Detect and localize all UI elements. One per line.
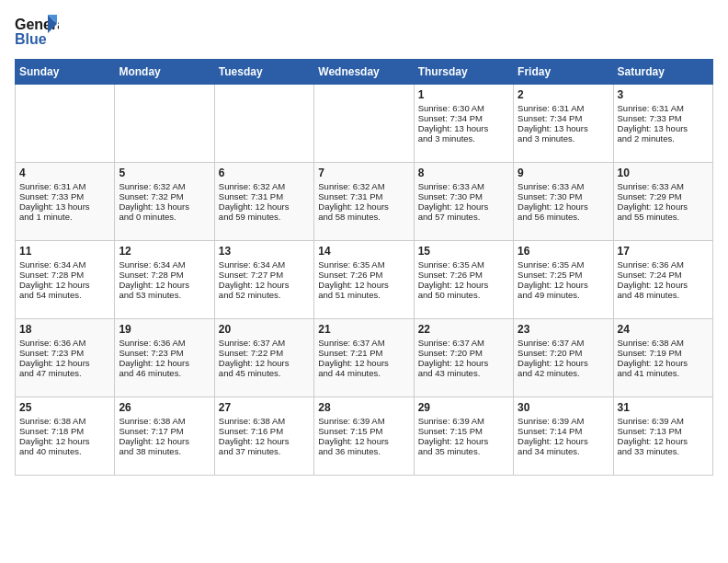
- day-number: 22: [418, 323, 509, 336]
- logo-svg: GeneralBlue: [15, 15, 59, 48]
- cell-text: Sunset: 7:26 PM: [418, 270, 509, 280]
- calendar-cell: [214, 85, 313, 163]
- cell-text: and 57 minutes.: [418, 212, 509, 222]
- cell-text: and 45 minutes.: [219, 368, 310, 378]
- day-of-week-header: Monday: [115, 60, 214, 85]
- cell-text: Sunset: 7:28 PM: [19, 270, 110, 280]
- cell-text: and 47 minutes.: [19, 368, 110, 378]
- cell-text: Sunrise: 6:33 AM: [618, 181, 709, 191]
- cell-text: Sunrise: 6:38 AM: [618, 338, 709, 348]
- day-number: 29: [418, 401, 509, 414]
- cell-text: Sunrise: 6:39 AM: [618, 416, 709, 426]
- cell-text: Sunset: 7:29 PM: [618, 191, 709, 201]
- cell-text: Sunrise: 6:34 AM: [19, 259, 110, 270]
- calendar-cell: 15Sunrise: 6:35 AMSunset: 7:26 PMDayligh…: [414, 241, 513, 319]
- day-number: 13: [219, 245, 310, 258]
- cell-text: Sunset: 7:24 PM: [618, 270, 709, 280]
- cell-text: and 33 minutes.: [618, 446, 709, 456]
- cell-text: Sunset: 7:20 PM: [518, 348, 609, 358]
- day-number: 24: [618, 323, 709, 336]
- cell-text: Sunset: 7:18 PM: [19, 426, 110, 436]
- cell-text: and 55 minutes.: [618, 212, 709, 222]
- day-number: 17: [618, 245, 709, 258]
- day-number: 27: [219, 401, 310, 414]
- day-of-week-header: Thursday: [414, 60, 513, 85]
- cell-text: Sunrise: 6:31 AM: [618, 103, 709, 113]
- calendar-cell: 25Sunrise: 6:38 AMSunset: 7:18 PMDayligh…: [16, 397, 115, 476]
- cell-text: Sunrise: 6:39 AM: [318, 416, 409, 426]
- cell-text: and 3 minutes.: [418, 133, 509, 144]
- day-number: 9: [518, 167, 609, 179]
- cell-text: Sunset: 7:33 PM: [19, 191, 110, 201]
- day-number: 23: [518, 323, 609, 336]
- day-of-week-header: Friday: [514, 60, 613, 85]
- cell-text: Daylight: 13 hours: [119, 201, 210, 212]
- cell-text: Daylight: 12 hours: [318, 436, 409, 446]
- cell-text: Daylight: 12 hours: [119, 280, 210, 290]
- cell-text: Sunset: 7:16 PM: [219, 426, 310, 436]
- cell-text: Sunrise: 6:38 AM: [19, 416, 110, 426]
- cell-text: Sunrise: 6:34 AM: [119, 259, 210, 270]
- calendar-cell: 20Sunrise: 6:37 AMSunset: 7:22 PMDayligh…: [214, 319, 313, 397]
- cell-text: and 49 minutes.: [518, 290, 609, 300]
- calendar-cell: 2Sunrise: 6:31 AMSunset: 7:34 PMDaylight…: [514, 85, 613, 163]
- calendar-cell: 27Sunrise: 6:38 AMSunset: 7:16 PMDayligh…: [214, 397, 313, 476]
- cell-text: Sunrise: 6:33 AM: [418, 181, 509, 191]
- cell-text: Sunrise: 6:31 AM: [518, 103, 609, 113]
- calendar-cell: 19Sunrise: 6:36 AMSunset: 7:23 PMDayligh…: [115, 319, 214, 397]
- cell-text: Sunrise: 6:39 AM: [518, 416, 609, 426]
- cell-text: Sunset: 7:20 PM: [418, 348, 509, 358]
- day-number: 5: [119, 167, 210, 179]
- day-number: 31: [618, 401, 709, 414]
- cell-text: and 34 minutes.: [518, 446, 609, 456]
- cell-text: and 3 minutes.: [518, 133, 609, 144]
- calendar-table: SundayMondayTuesdayWednesdayThursdayFrid…: [15, 59, 713, 476]
- day-number: 6: [219, 167, 310, 179]
- cell-text: Sunrise: 6:38 AM: [119, 416, 210, 426]
- calendar-cell: 17Sunrise: 6:36 AMSunset: 7:24 PMDayligh…: [613, 241, 712, 319]
- cell-text: Sunrise: 6:37 AM: [518, 338, 609, 348]
- calendar-cell: 12Sunrise: 6:34 AMSunset: 7:28 PMDayligh…: [115, 241, 214, 319]
- cell-text: Daylight: 12 hours: [19, 358, 110, 368]
- day-number: 16: [518, 245, 609, 258]
- cell-text: Sunset: 7:23 PM: [119, 348, 210, 358]
- calendar-week-row: 11Sunrise: 6:34 AMSunset: 7:28 PMDayligh…: [16, 241, 713, 319]
- cell-text: Sunrise: 6:37 AM: [318, 338, 409, 348]
- cell-text: Daylight: 12 hours: [518, 201, 609, 212]
- calendar-cell: 6Sunrise: 6:32 AMSunset: 7:31 PMDaylight…: [214, 163, 313, 241]
- day-number: 7: [318, 167, 409, 179]
- page-header: GeneralBlue: [15, 15, 713, 48]
- cell-text: Daylight: 12 hours: [318, 201, 409, 212]
- calendar-week-row: 25Sunrise: 6:38 AMSunset: 7:18 PMDayligh…: [16, 397, 713, 476]
- calendar-cell: 31Sunrise: 6:39 AMSunset: 7:13 PMDayligh…: [613, 397, 712, 476]
- cell-text: Sunrise: 6:37 AM: [418, 338, 509, 348]
- cell-text: Sunset: 7:14 PM: [518, 426, 609, 436]
- calendar-cell: 21Sunrise: 6:37 AMSunset: 7:21 PMDayligh…: [314, 319, 414, 397]
- calendar-cell: 11Sunrise: 6:34 AMSunset: 7:28 PMDayligh…: [16, 241, 115, 319]
- cell-text: Sunrise: 6:35 AM: [418, 259, 509, 270]
- calendar-cell: 1Sunrise: 6:30 AMSunset: 7:34 PMDaylight…: [414, 85, 513, 163]
- cell-text: Daylight: 12 hours: [219, 201, 310, 212]
- cell-text: Sunrise: 6:32 AM: [219, 181, 310, 191]
- cell-text: Sunrise: 6:33 AM: [518, 181, 609, 191]
- cell-text: Sunset: 7:15 PM: [318, 426, 409, 436]
- calendar-cell: 16Sunrise: 6:35 AMSunset: 7:25 PMDayligh…: [514, 241, 613, 319]
- day-number: 10: [618, 167, 709, 179]
- cell-text: Sunrise: 6:36 AM: [119, 338, 210, 348]
- svg-text:Blue: Blue: [15, 31, 47, 47]
- cell-text: and 53 minutes.: [119, 290, 210, 300]
- cell-text: and 35 minutes.: [418, 446, 509, 456]
- cell-text: and 56 minutes.: [518, 212, 609, 222]
- calendar-cell: 4Sunrise: 6:31 AMSunset: 7:33 PMDaylight…: [16, 163, 115, 241]
- calendar-cell: [16, 85, 115, 163]
- calendar-cell: 5Sunrise: 6:32 AMSunset: 7:32 PMDaylight…: [115, 163, 214, 241]
- cell-text: and 1 minute.: [19, 212, 110, 222]
- cell-text: Sunset: 7:28 PM: [119, 270, 210, 280]
- cell-text: and 43 minutes.: [418, 368, 509, 378]
- cell-text: Sunrise: 6:39 AM: [418, 416, 509, 426]
- cell-text: Sunset: 7:21 PM: [318, 348, 409, 358]
- cell-text: Sunset: 7:30 PM: [418, 191, 509, 201]
- cell-text: Daylight: 12 hours: [119, 358, 210, 368]
- cell-text: Sunrise: 6:36 AM: [618, 259, 709, 270]
- day-number: 18: [19, 323, 110, 336]
